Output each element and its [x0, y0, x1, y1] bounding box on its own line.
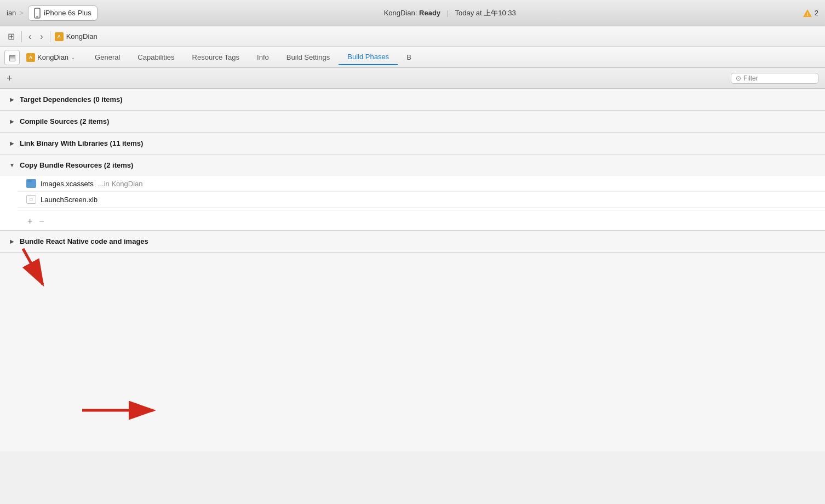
phase-copy-bundle-content: Images.xcassets ...in KongDian ◻ LaunchS…: [0, 176, 825, 230]
triangle-icon: ▶: [9, 118, 15, 124]
xcassets-icon: [26, 179, 36, 188]
breadcrumb-prefix: ian: [7, 9, 16, 17]
phase-compile-sources-header[interactable]: ▶ Compile Sources (2 items): [0, 111, 825, 132]
project-name-label: KongDian: [66, 32, 98, 41]
filter-icon: ⊙: [736, 75, 741, 82]
svg-line-7: [23, 249, 43, 284]
xib-icon: ◻: [26, 195, 36, 204]
breadcrumb-title: A KongDian: [55, 32, 98, 41]
sidebar-toggle-button[interactable]: ▤: [4, 50, 20, 65]
status-time: Today at 上午10:33: [455, 9, 515, 17]
content-area: + ⊙ ▶ Target Dependencies (0 items) ▶ Co…: [0, 68, 825, 451]
list-item[interactable]: Images.xcassets ...in KongDian: [18, 176, 825, 192]
toolbar-separator-2: [50, 31, 50, 42]
svg-rect-1: [36, 16, 38, 18]
phase-copy-bundle-title: Copy Bundle Resources (2 items): [20, 161, 133, 169]
list-item[interactable]: ◻ LaunchScreen.xib: [18, 192, 825, 208]
phase-link-binary-title: Link Binary With Libraries (11 items): [20, 139, 143, 147]
phase-separator: [18, 210, 825, 210]
phase-target-dependencies-title: Target Dependencies (0 items): [20, 95, 123, 104]
tab-build-phases[interactable]: Build Phases: [339, 49, 398, 65]
project-icon: A: [55, 32, 64, 41]
status-project: KongDian:: [384, 9, 417, 17]
triangle-icon: ▶: [9, 96, 15, 102]
filter-input[interactable]: [743, 75, 809, 82]
phase-target-dependencies: ▶ Target Dependencies (0 items): [0, 89, 825, 111]
breadcrumb: ian >: [7, 9, 24, 17]
phase-bundle-react-native: ▶ Bundle React Native code and images: [0, 231, 825, 253]
project-name-tab[interactable]: A KongDian ⌄: [26, 53, 75, 62]
phase-bundle-react-native-header[interactable]: ▶ Bundle React Native code and images: [0, 231, 825, 252]
tabs-bar: ▤ A KongDian ⌄ General Capabilities Reso…: [0, 47, 825, 68]
titlebar: ian > iPhone 6s Plus KongDian: Ready | T…: [0, 0, 825, 26]
tab-capabilities[interactable]: Capabilities: [129, 50, 183, 65]
navigator-toolbar: ⊞ ‹ › A KongDian: [0, 26, 825, 47]
phase-copy-bundle: ▼ Copy Bundle Resources (2 items) Images…: [0, 154, 825, 231]
tab-build-rules[interactable]: B: [398, 50, 420, 65]
status-divider: |: [447, 9, 449, 17]
triangle-icon: ▶: [9, 140, 15, 146]
svg-rect-5: [27, 180, 32, 182]
phase-target-dependencies-header[interactable]: ▶ Target Dependencies (0 items): [0, 89, 825, 110]
project-tab-label: KongDian: [37, 53, 68, 61]
status-bar: KongDian: Ready | Today at 上午10:33: [102, 8, 798, 18]
phase-add-remove-bar: + −: [18, 213, 825, 230]
add-resource-button[interactable]: +: [26, 217, 33, 226]
breadcrumb-sep: >: [19, 9, 24, 17]
phase-link-binary: ▶ Link Binary With Libraries (11 items): [0, 133, 825, 154]
phase-link-binary-header[interactable]: ▶ Link Binary With Libraries (11 items): [0, 133, 825, 154]
device-icon: [34, 8, 41, 19]
project-tab-icon: A: [26, 53, 35, 62]
svg-rect-4: [27, 181, 35, 187]
triangle-expanded-icon: ▼: [9, 162, 15, 168]
file-name-xcassets: Images.xcassets: [41, 180, 94, 188]
status-state: Ready: [419, 9, 440, 17]
warning-count: 2: [815, 9, 818, 17]
filter-box[interactable]: ⊙: [731, 73, 818, 84]
sidebar-icon: ▤: [9, 53, 16, 62]
phase-compile-sources-title: Compile Sources (2 items): [20, 117, 109, 125]
file-name-xib: LaunchScreen.xib: [41, 196, 98, 204]
phase-compile-sources: ▶ Compile Sources (2 items): [0, 111, 825, 133]
grid-view-button[interactable]: ⊞: [5, 30, 17, 43]
content-toolbar: + ⊙: [0, 68, 825, 89]
device-label: iPhone 6s Plus: [44, 9, 91, 17]
tab-info[interactable]: Info: [248, 50, 278, 65]
warning-triangle-icon: !: [803, 9, 812, 18]
phase-copy-bundle-header[interactable]: ▼ Copy Bundle Resources (2 items): [0, 154, 825, 176]
tab-resource-tags[interactable]: Resource Tags: [184, 50, 248, 65]
add-phase-button[interactable]: +: [7, 73, 13, 83]
tab-build-settings[interactable]: Build Settings: [278, 50, 339, 65]
forward-button[interactable]: ›: [38, 31, 45, 43]
back-button[interactable]: ‹: [26, 31, 33, 43]
chevron-icon: ⌄: [71, 54, 75, 60]
toolbar-separator-1: [21, 31, 22, 42]
phase-bundle-react-native-title: Bundle React Native code and images: [20, 237, 148, 245]
triangle-icon: ▶: [9, 238, 15, 244]
svg-text:!: !: [806, 12, 808, 17]
tab-general[interactable]: General: [86, 50, 129, 65]
device-selector[interactable]: iPhone 6s Plus: [28, 5, 98, 21]
remove-resource-button[interactable]: −: [38, 217, 45, 226]
file-location-xcassets: ...in KongDian: [98, 180, 143, 188]
warning-badge[interactable]: ! 2: [803, 9, 818, 18]
